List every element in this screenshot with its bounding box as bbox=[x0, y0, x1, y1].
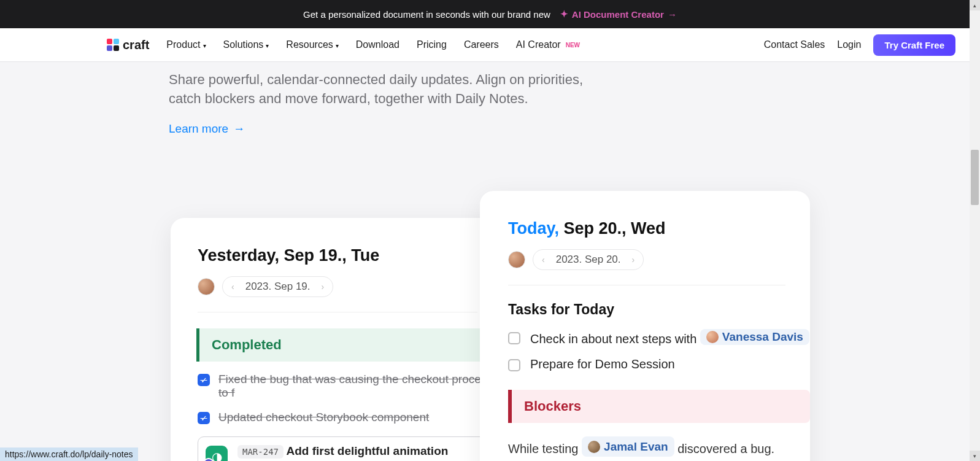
svg-rect-3 bbox=[114, 45, 119, 51]
today-heading-rest: Sep 20., Wed bbox=[559, 219, 666, 238]
yesterday-heading: Yesterday, Sep 19., Tue bbox=[198, 246, 502, 265]
nav-product[interactable]: Product ▾ bbox=[166, 39, 206, 50]
date-picker-label: 2023. Sep 20. bbox=[556, 254, 621, 266]
today-date-row: ‹ 2023. Sep 20. › bbox=[508, 249, 785, 285]
header-actions: Contact Sales Login Try Craft Free bbox=[764, 34, 955, 56]
nav-links: Product ▾ Solutions ▾ Resources ▾ Downlo… bbox=[166, 39, 580, 50]
nav-resources[interactable]: Resources ▾ bbox=[286, 39, 338, 50]
avatar-icon bbox=[706, 331, 719, 343]
intro-text: Share powerful, calendar-connected daily… bbox=[169, 71, 598, 109]
mention-jamal[interactable]: Jamal Evan bbox=[582, 436, 674, 457]
nav-label: AI Creator bbox=[516, 39, 561, 50]
chevron-right-icon[interactable]: › bbox=[632, 255, 635, 265]
today-heading: Today, Sep 20., Wed bbox=[508, 219, 810, 238]
mention-vanessa[interactable]: Vanessa Davis bbox=[700, 329, 809, 345]
checkbox-icon[interactable]: ✓ bbox=[198, 374, 210, 386]
chevron-down-icon: ▾ bbox=[336, 42, 339, 49]
mention-label: Jamal Evan bbox=[604, 438, 668, 455]
nav-label: Careers bbox=[464, 39, 499, 50]
date-picker-label: 2023. Sep 19. bbox=[245, 281, 311, 293]
issue-tag: MAR-247 bbox=[237, 445, 284, 459]
task-text: Check in about next steps with Vanessa D… bbox=[530, 329, 809, 346]
new-badge: NEW bbox=[566, 42, 580, 48]
chevron-down-icon: ▾ bbox=[203, 42, 206, 49]
arrow-right-icon: → bbox=[233, 122, 245, 136]
announcement-link[interactable]: ✦ AI Document Creator → bbox=[560, 9, 677, 20]
site-header: craft Product ▾ Solutions ▾ Resources ▾ … bbox=[0, 28, 980, 62]
login-link[interactable]: Login bbox=[837, 39, 861, 50]
nav-pricing[interactable]: Pricing bbox=[417, 39, 447, 50]
sparkle-icon: ✦ bbox=[560, 9, 568, 20]
blockers-text-part: While testing bbox=[508, 442, 582, 455]
completed-task: ✓ Fixed the bug that was causing the che… bbox=[198, 373, 502, 400]
main-content: Share powerful, calendar-connected daily… bbox=[0, 62, 980, 461]
task-text: Prepare for Demo Session bbox=[530, 357, 675, 371]
date-picker[interactable]: ‹ 2023. Sep 20. › bbox=[533, 249, 644, 270]
svg-rect-2 bbox=[107, 45, 112, 51]
chevron-left-icon[interactable]: ‹ bbox=[231, 282, 234, 292]
vertical-scrollbar[interactable]: ▴ ▾ bbox=[970, 0, 980, 461]
avatar bbox=[508, 251, 525, 268]
date-picker[interactable]: ‹ 2023. Sep 19. › bbox=[222, 276, 333, 297]
tasks-for-today-title: Tasks for Today bbox=[508, 301, 810, 318]
nav-download[interactable]: Download bbox=[356, 39, 399, 50]
completed-task: ✓ Updated checkout Storybook component bbox=[198, 411, 502, 424]
announcement-text: Get a personalized document in seconds w… bbox=[303, 9, 550, 20]
nav-solutions[interactable]: Solutions ▾ bbox=[223, 39, 269, 50]
brand-logo[interactable]: craft bbox=[107, 38, 149, 52]
try-free-button[interactable]: Try Craft Free bbox=[873, 34, 955, 56]
today-task: Check in about next steps with Vanessa D… bbox=[508, 329, 810, 346]
chevron-down-icon: ▾ bbox=[266, 42, 269, 49]
announcement-link-label: AI Document Creator bbox=[572, 9, 664, 20]
nav-label: Resources bbox=[286, 39, 333, 50]
scroll-up-icon[interactable]: ▴ bbox=[970, 0, 980, 10]
checkbox-icon[interactable] bbox=[508, 359, 520, 371]
blockers-section-header: Blockers bbox=[508, 390, 810, 423]
brand-name: craft bbox=[123, 38, 149, 52]
nav-label: Solutions bbox=[223, 39, 264, 50]
announcement-bar: Get a personalized document in seconds w… bbox=[0, 0, 980, 28]
linked-issue-card[interactable]: ◑ ◐ MAR-247 Add first delightful animati… bbox=[198, 436, 501, 461]
nav-label: Pricing bbox=[417, 39, 447, 50]
logo-icon bbox=[107, 39, 119, 51]
learn-more-link[interactable]: Learn more → bbox=[169, 122, 980, 136]
mention-label: Vanessa Davis bbox=[722, 330, 803, 344]
checkbox-icon[interactable]: ✓ bbox=[198, 412, 210, 424]
task-text-part: Check in about next steps with bbox=[530, 332, 700, 346]
arrow-right-icon: → bbox=[668, 9, 677, 20]
yesterday-date-row: ‹ 2023. Sep 19. › bbox=[198, 276, 477, 312]
nav-careers[interactable]: Careers bbox=[464, 39, 499, 50]
blockers-body: While testing Jamal Evan discovered a bu… bbox=[508, 436, 810, 461]
learn-more-label: Learn more bbox=[169, 122, 228, 136]
chevron-left-icon[interactable]: ‹ bbox=[542, 255, 545, 265]
avatar bbox=[198, 278, 215, 295]
chevron-right-icon[interactable]: › bbox=[322, 282, 325, 292]
issue-title: Add first delightful animation bbox=[286, 444, 448, 457]
contact-sales-link[interactable]: Contact Sales bbox=[764, 39, 825, 50]
status-bar-url: https://www.craft.do/lp/daily-notes bbox=[0, 447, 138, 461]
scroll-down-icon[interactable]: ▾ bbox=[970, 451, 980, 461]
completed-section-header: Completed bbox=[196, 328, 501, 362]
today-accent: Today, bbox=[508, 219, 559, 238]
avatar-icon bbox=[588, 441, 600, 453]
nav-ai-creator[interactable]: AI Creator NEW bbox=[516, 39, 580, 50]
blockers-text-part: discovered a bug. bbox=[677, 442, 774, 455]
scroll-thumb[interactable] bbox=[971, 150, 979, 205]
svg-rect-1 bbox=[114, 39, 119, 44]
nav-label: Product bbox=[166, 39, 200, 50]
today-card: Today, Sep 20., Wed ‹ 2023. Sep 20. › Ta… bbox=[480, 191, 810, 461]
task-text: Fixed the bug that was causing the check… bbox=[218, 373, 502, 400]
yesterday-card: Yesterday, Sep 19., Tue ‹ 2023. Sep 19. … bbox=[171, 218, 502, 461]
checkbox-icon[interactable] bbox=[508, 332, 520, 344]
today-task: Prepare for Demo Session bbox=[508, 357, 810, 371]
task-text: Updated checkout Storybook component bbox=[218, 411, 429, 424]
nav-label: Download bbox=[356, 39, 399, 50]
svg-rect-0 bbox=[107, 39, 112, 44]
